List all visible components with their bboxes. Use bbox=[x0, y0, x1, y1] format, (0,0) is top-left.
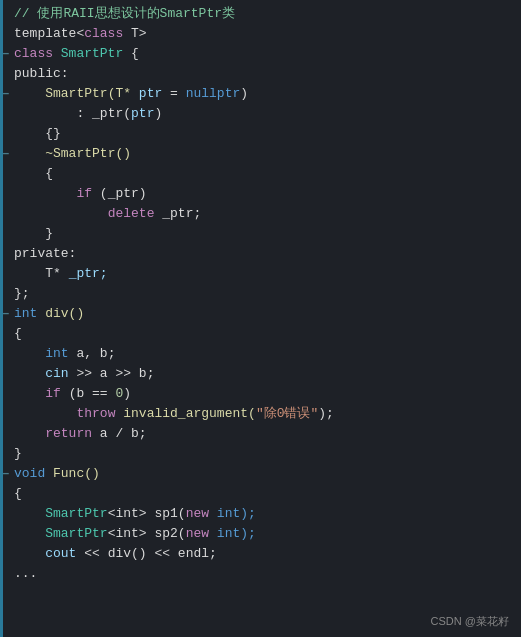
line-indicator: – bbox=[2, 86, 10, 101]
token: ptr bbox=[139, 86, 162, 101]
token: ) bbox=[240, 86, 248, 101]
token: cout bbox=[45, 546, 76, 561]
code-text: SmartPtr<int> sp1(new int); bbox=[10, 504, 519, 524]
collapse-icon[interactable]: – bbox=[2, 86, 10, 101]
token: (b == bbox=[61, 386, 116, 401]
code-text: // 使用RAII思想设计的SmartPtr类 bbox=[10, 4, 519, 24]
token: void bbox=[14, 466, 45, 481]
code-line: : _ptr(ptr) bbox=[0, 104, 521, 124]
token: : bbox=[69, 246, 77, 261]
token: ) bbox=[154, 106, 162, 121]
token: T> bbox=[123, 26, 146, 41]
code-text: public: bbox=[10, 64, 519, 84]
token: template< bbox=[14, 26, 84, 41]
code-line: template<class T> bbox=[0, 24, 521, 44]
code-line: // 使用RAII思想设计的SmartPtr类 bbox=[0, 4, 521, 24]
code-line: return a / b; bbox=[0, 424, 521, 444]
code-text: SmartPtr(T* ptr = nullptr) bbox=[10, 84, 519, 104]
code-text: class SmartPtr { bbox=[10, 44, 519, 64]
token: _ptr; bbox=[69, 266, 108, 281]
code-line: – SmartPtr(T* ptr = nullptr) bbox=[0, 84, 521, 104]
code-text: private: bbox=[10, 244, 519, 264]
code-line: –class SmartPtr { bbox=[0, 44, 521, 64]
token: SmartPtr bbox=[53, 46, 131, 61]
token: // 使用RAII思想设计的SmartPtr类 bbox=[14, 6, 235, 21]
code-line: { bbox=[0, 164, 521, 184]
token: {} bbox=[45, 126, 61, 141]
token: return bbox=[45, 426, 92, 441]
token: { bbox=[14, 486, 22, 501]
code-line: throw invalid_argument("除0错误"); bbox=[0, 404, 521, 424]
token: "除0错误" bbox=[256, 406, 318, 421]
token: a, b; bbox=[69, 346, 116, 361]
code-line: private: bbox=[0, 244, 521, 264]
code-text: template<class T> bbox=[10, 24, 519, 44]
code-text: {} bbox=[10, 124, 519, 144]
code-line: if (b == 0) bbox=[0, 384, 521, 404]
code-line: delete _ptr; bbox=[0, 204, 521, 224]
token: ~SmartPtr() bbox=[45, 146, 131, 161]
token: cin bbox=[45, 366, 68, 381]
code-text: delete _ptr; bbox=[10, 204, 519, 224]
collapse-icon[interactable]: – bbox=[2, 146, 10, 161]
code-text: SmartPtr<int> sp2(new int); bbox=[10, 524, 519, 544]
code-line: SmartPtr<int> sp2(new int); bbox=[0, 524, 521, 544]
code-line: cout << div() << endl; bbox=[0, 544, 521, 564]
token: public bbox=[14, 66, 61, 81]
token: int); bbox=[209, 526, 256, 541]
token: class bbox=[84, 26, 123, 41]
token: { bbox=[131, 46, 139, 61]
code-text: : _ptr(ptr) bbox=[10, 104, 519, 124]
line-indicator: – bbox=[2, 46, 10, 61]
code-text: if (_ptr) bbox=[10, 184, 519, 204]
code-line: –int div() bbox=[0, 304, 521, 324]
code-text: int a, b; bbox=[10, 344, 519, 364]
token: ) bbox=[123, 386, 131, 401]
code-line: { bbox=[0, 484, 521, 504]
token: ... bbox=[14, 566, 37, 581]
code-line: cin >> a >> b; bbox=[0, 364, 521, 384]
token: <int> sp1( bbox=[108, 506, 186, 521]
code-line: public: bbox=[0, 64, 521, 84]
token: << div() << endl; bbox=[76, 546, 216, 561]
code-line: {} bbox=[0, 124, 521, 144]
token: int bbox=[14, 306, 37, 321]
token: nullptr bbox=[186, 86, 241, 101]
collapse-icon[interactable]: – bbox=[2, 466, 10, 481]
token: }; bbox=[14, 286, 30, 301]
token: new bbox=[186, 506, 209, 521]
line-indicator: – bbox=[2, 466, 10, 481]
token: new bbox=[186, 526, 209, 541]
code-lines: // 使用RAII思想设计的SmartPtr类template<class T>… bbox=[0, 4, 521, 584]
code-line: SmartPtr<int> sp1(new int); bbox=[0, 504, 521, 524]
collapse-icon[interactable]: – bbox=[2, 46, 10, 61]
token: throw bbox=[76, 406, 115, 421]
token: invalid_argument( bbox=[115, 406, 255, 421]
code-line: – ~SmartPtr() bbox=[0, 144, 521, 164]
code-line: int a, b; bbox=[0, 344, 521, 364]
token: { bbox=[45, 166, 53, 181]
token: ); bbox=[318, 406, 334, 421]
code-text: int div() bbox=[10, 304, 519, 324]
code-line: –void Func() bbox=[0, 464, 521, 484]
token: { bbox=[14, 326, 22, 341]
token: a / b; bbox=[92, 426, 147, 441]
code-line: if (_ptr) bbox=[0, 184, 521, 204]
code-text: void Func() bbox=[10, 464, 519, 484]
token: if bbox=[76, 186, 92, 201]
token: delete bbox=[108, 206, 155, 221]
token: } bbox=[14, 446, 22, 461]
token: <int> sp2( bbox=[108, 526, 186, 541]
code-text: { bbox=[10, 164, 519, 184]
code-text: return a / b; bbox=[10, 424, 519, 444]
code-line: } bbox=[0, 444, 521, 464]
line-indicator: – bbox=[2, 306, 10, 321]
token: div() bbox=[37, 306, 84, 321]
code-line: { bbox=[0, 324, 521, 344]
token: SmartPtr(T* bbox=[45, 86, 139, 101]
token: SmartPtr bbox=[45, 506, 107, 521]
collapse-icon[interactable]: – bbox=[2, 306, 10, 321]
token: private bbox=[14, 246, 69, 261]
token: : _ptr( bbox=[76, 106, 131, 121]
token: ptr bbox=[131, 106, 154, 121]
